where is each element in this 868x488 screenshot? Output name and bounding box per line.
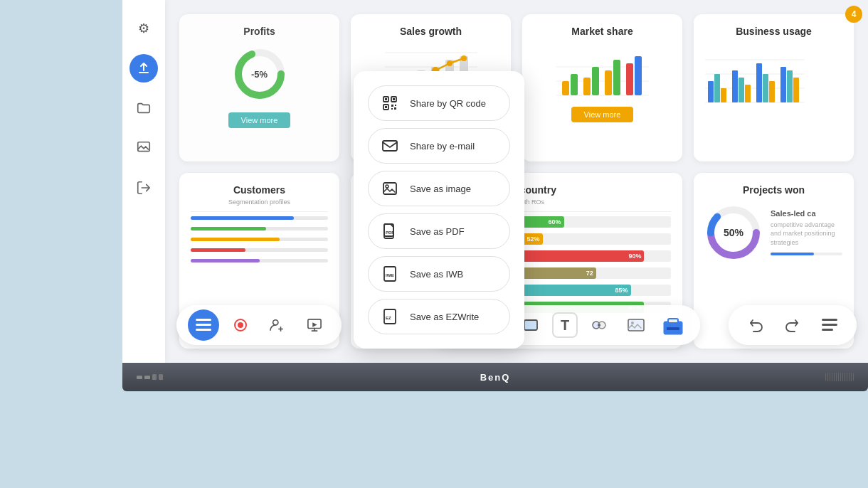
save-iwb-label: Save as IWB: [410, 269, 463, 280]
dashboard: ⚙: [122, 0, 868, 363]
undo-button[interactable]: [740, 309, 771, 341]
customer-track-1: [191, 216, 328, 220]
svg-rect-43: [780, 67, 786, 102]
svg-point-18: [461, 55, 467, 61]
sidebar-gallery[interactable]: [129, 134, 158, 162]
svg-rect-41: [763, 74, 768, 102]
save-pdf-item[interactable]: PDF Save as PDF: [368, 213, 510, 249]
customer-bar-4: [191, 248, 328, 252]
profits-chart: -5% View more: [191, 46, 328, 128]
link-tool[interactable]: [583, 309, 615, 341]
svg-point-86: [631, 322, 634, 324]
monitor-bezel: BenQ: [122, 363, 868, 391]
projects-won-title: Projects won: [705, 184, 842, 196]
save-ezwrite-label: Save as EZWrite: [410, 312, 479, 322]
customer-bar-1: [191, 216, 328, 220]
market-share-card: Market share: [522, 14, 682, 161]
svg-rect-85: [628, 319, 644, 331]
svg-rect-24: [583, 78, 591, 95]
email-icon: [380, 136, 400, 156]
svg-rect-70: [196, 329, 211, 331]
customer-track-4: [191, 248, 328, 252]
projects-won-subdesc: competitive advantage and market positio…: [771, 221, 842, 248]
profits-value: -5%: [251, 69, 268, 80]
menu-button[interactable]: [188, 309, 219, 341]
save-iwb-item[interactable]: IWB Save as IWB: [368, 256, 510, 292]
projects-won-content: 50% Sales-led ca competitive advantage a…: [705, 204, 842, 261]
share-qr-item[interactable]: Share by QR code: [368, 85, 510, 121]
svg-rect-59: [383, 141, 397, 151]
sidebar-folder[interactable]: [129, 94, 158, 122]
save-pdf-label: Save as PDF: [410, 226, 465, 237]
svg-point-73: [273, 320, 278, 325]
svg-rect-44: [787, 70, 793, 102]
market-share-title: Market share: [534, 26, 671, 37]
usb-port-2: [159, 374, 163, 380]
sidebar-exit[interactable]: [129, 174, 158, 202]
pdf-icon: PDF: [380, 221, 400, 241]
media-tool[interactable]: [620, 309, 652, 341]
projects-pct: 50%: [724, 227, 743, 238]
svg-rect-25: [592, 67, 599, 95]
sidebar: ⚙: [122, 0, 165, 363]
present-button[interactable]: [299, 309, 330, 341]
customer-bar-3: [191, 238, 328, 241]
profits-card: Profits -5% View more: [179, 14, 339, 161]
customer-track-2: [191, 227, 328, 230]
main-content: 4 Profits -5%: [165, 0, 868, 363]
svg-rect-58: [394, 107, 396, 110]
customers-title: Customers: [191, 184, 328, 196]
profits-view-more[interactable]: View more: [228, 112, 291, 128]
svg-point-72: [238, 322, 243, 328]
iwb-icon: IWB: [380, 264, 400, 284]
svg-rect-38: [739, 78, 744, 102]
svg-rect-45: [793, 78, 799, 102]
svg-text:PDF: PDF: [386, 230, 394, 235]
save-ezwrite-item[interactable]: EZ Save as EZWrite: [368, 299, 510, 334]
extra-menu-button[interactable]: [814, 309, 845, 341]
speaker-grill: [825, 373, 854, 381]
sidebar-upload[interactable]: [129, 54, 158, 83]
svg-rect-29: [635, 56, 642, 95]
svg-rect-91: [822, 324, 837, 326]
notification-badge: 4: [845, 6, 862, 23]
svg-rect-69: [196, 324, 211, 326]
customers-subtitle: Segmentation profiles: [191, 198, 328, 206]
save-image-label: Save as image: [410, 184, 471, 194]
text-tool[interactable]: T: [552, 312, 578, 338]
svg-rect-54: [385, 106, 387, 108]
svg-rect-60: [383, 183, 396, 194]
svg-rect-88: [668, 319, 678, 323]
toolbar-right: [729, 305, 857, 345]
image-icon: [380, 179, 400, 198]
benq-logo: BenQ: [480, 372, 511, 383]
svg-rect-68: [196, 319, 211, 321]
svg-text:EZ: EZ: [386, 316, 391, 320]
monitor: ⚙: [0, 0, 868, 488]
record-button[interactable]: [225, 309, 256, 341]
svg-point-17: [447, 60, 452, 66]
add-user-button[interactable]: [262, 309, 293, 341]
svg-rect-22: [562, 81, 569, 95]
svg-rect-89: [667, 327, 679, 330]
svg-rect-57: [391, 108, 393, 110]
share-qr-label: Share by QR code: [410, 98, 486, 109]
sidebar-settings[interactable]: ⚙: [129, 14, 158, 43]
svg-text:IWB: IWB: [386, 273, 394, 277]
port-2: [144, 376, 150, 379]
market-share-view-more[interactable]: View more: [571, 107, 634, 122]
save-image-item[interactable]: Save as image: [368, 171, 510, 206]
redo-button[interactable]: [777, 309, 808, 341]
share-email-item[interactable]: Share by e-mail: [368, 128, 510, 164]
business-usage-title: Business usage: [705, 26, 842, 37]
svg-rect-52: [393, 98, 395, 100]
toolbox-button[interactable]: [657, 309, 689, 341]
share-email-label: Share by e-mail: [410, 141, 475, 152]
customers-divider: [191, 211, 328, 212]
projects-won-desc-title: Sales-led ca: [771, 209, 842, 218]
svg-rect-50: [385, 98, 387, 100]
ports-area: [137, 374, 163, 380]
profits-donut: -5%: [231, 46, 288, 102]
customer-track-5: [191, 259, 328, 262]
svg-rect-40: [756, 63, 762, 102]
